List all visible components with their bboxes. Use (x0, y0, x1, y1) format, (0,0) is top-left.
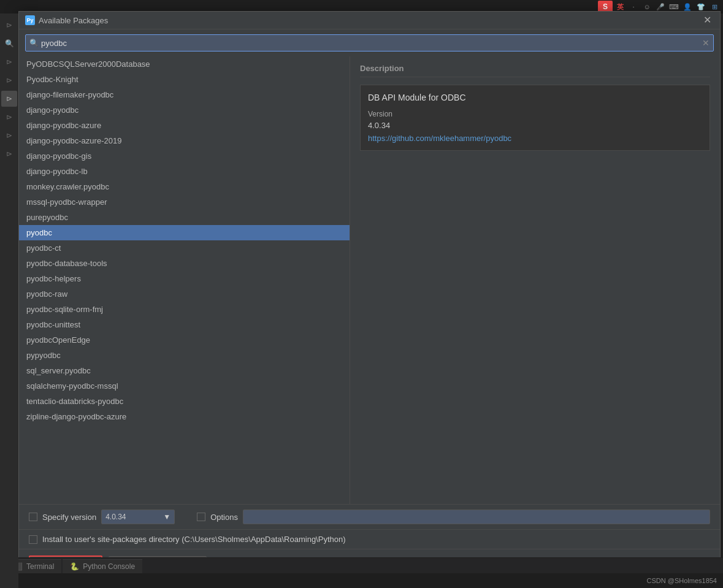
package-item[interactable]: purepyodbc (19, 210, 350, 225)
package-item[interactable]: pyodbc-helpers (19, 271, 350, 286)
package-item[interactable]: django-pyodbc-azure-2019 (19, 133, 350, 148)
options-row: Options (197, 510, 710, 524)
search-input[interactable] (41, 39, 702, 48)
desc-main-text: DB API Module for ODBC (368, 93, 702, 102)
options-input[interactable] (243, 510, 710, 524)
sidebar-item-3[interactable]: ⊳ (1, 54, 17, 70)
package-item[interactable]: django-filemaker-pyodbc (19, 87, 350, 102)
package-item[interactable]: sqlalchemy-pyodbc-mssql (19, 378, 350, 394)
package-item[interactable]: Pyodbc-Knight (19, 72, 350, 87)
package-item[interactable]: django-pyodbc-azure (19, 118, 350, 133)
ide-sidebar: ⊳ 🔍 ⊳ ⊳ ⊳ ⊳ ⊳ ⊳ (0, 13, 18, 588)
status-bar: CSDN @SHolmes1854 (0, 573, 723, 588)
install-to-text: Install to user's site-packages director… (42, 535, 346, 544)
package-item[interactable]: pyodbc-database-tools (19, 256, 350, 271)
close-button[interactable]: ✕ (701, 15, 714, 25)
package-item[interactable]: zipline-django-pyodbc-azure (19, 409, 350, 424)
package-item[interactable]: django-pyodbc (19, 102, 350, 118)
python-console-tab[interactable]: 🐍 Python Console (63, 559, 142, 573)
search-clear-button[interactable]: ✕ (702, 38, 710, 48)
terminal-tab-label: Terminal (26, 562, 54, 571)
package-item[interactable]: pyodbc (19, 225, 350, 240)
sidebar-item-5[interactable]: ⊳ (1, 91, 17, 107)
version-dropdown-value: 4.0.34 (105, 513, 126, 521)
pycharm-icon: Py (25, 15, 35, 25)
description-panel: Description DB API Module for ODBC Versi… (350, 56, 720, 504)
status-bar-right-text: CSDN @SHolmes1854 (647, 577, 717, 584)
sidebar-item-6[interactable]: ⊳ (1, 109, 17, 125)
python-console-label: Python Console (83, 562, 135, 571)
sidebar-item-8[interactable]: ⊳ (1, 146, 17, 162)
options-label: Options (210, 513, 238, 522)
sidebar-item-2[interactable]: 🔍 (1, 36, 17, 52)
specify-version-checkbox[interactable] (29, 513, 37, 521)
dropdown-arrow-icon: ▼ (163, 513, 170, 521)
search-icon: 🔍 (29, 39, 39, 47)
version-number: 4.0.34 (368, 121, 702, 130)
title-bar: Py Available Packages ✕ (19, 12, 720, 29)
version-label: Version (368, 110, 702, 118)
package-item[interactable]: pyodbc-unittest (19, 317, 350, 332)
package-item[interactable]: pyodbcOpenEdge (19, 332, 350, 348)
package-item[interactable]: monkey.crawler.pyodbc (19, 179, 350, 194)
specify-version-label: Specify version (42, 513, 96, 522)
sidebar-item-7[interactable]: ⊳ (1, 128, 17, 143)
install-to-checkbox[interactable] (29, 535, 37, 544)
dialog-title: Available Packages (39, 16, 701, 25)
sidebar-item-1[interactable]: ⊳ (1, 17, 17, 33)
options-checkbox[interactable] (197, 513, 205, 521)
package-item[interactable]: django-pyodbc-lb (19, 164, 350, 179)
main-content: PyODBCSQLServer2000DatabasePyodbc-Knight… (19, 56, 720, 504)
search-input-wrapper: 🔍 ✕ (25, 34, 714, 52)
version-options-row: Specify version 4.0.34 ▼ Options (19, 505, 720, 530)
package-item[interactable]: pyodbc-ct (19, 240, 350, 256)
specify-version-row: Specify version 4.0.34 ▼ (29, 510, 175, 524)
install-to-row: Install to user's site-packages director… (19, 530, 720, 549)
package-item[interactable]: PyODBCSQLServer2000Database (19, 56, 350, 72)
version-dropdown[interactable]: 4.0.34 ▼ (101, 510, 175, 524)
package-item[interactable]: pypyodbc (19, 348, 350, 363)
python-console-icon: 🐍 (70, 562, 79, 571)
package-item[interactable]: mssql-pyodbc-wrapper (19, 194, 350, 210)
sidebar-item-4[interactable]: ⊳ (1, 72, 17, 88)
description-box: DB API Module for ODBC Version 4.0.34 ht… (360, 85, 710, 151)
description-title: Description (360, 64, 710, 77)
terminal-tabs: ⬛ Terminal 🐍 Python Console (0, 557, 723, 573)
package-list: PyODBCSQLServer2000DatabasePyodbc-Knight… (19, 56, 350, 504)
package-item[interactable]: pyodbc-raw (19, 286, 350, 302)
package-item[interactable]: sql_server.pyodbc (19, 363, 350, 378)
available-packages-dialog: Py Available Packages ✕ 🔍 ✕ PyODBCSQLSer… (18, 11, 721, 581)
search-bar: 🔍 ✕ (19, 29, 720, 56)
package-item[interactable]: pyodbc-sqlite-orm-fmj (19, 302, 350, 317)
github-link[interactable]: https://github.com/mkleehammer/pyodbc (368, 134, 511, 143)
package-item[interactable]: tentaclio-databricks-pyodbc (19, 394, 350, 409)
package-item[interactable]: django-pyodbc-gis (19, 148, 350, 164)
